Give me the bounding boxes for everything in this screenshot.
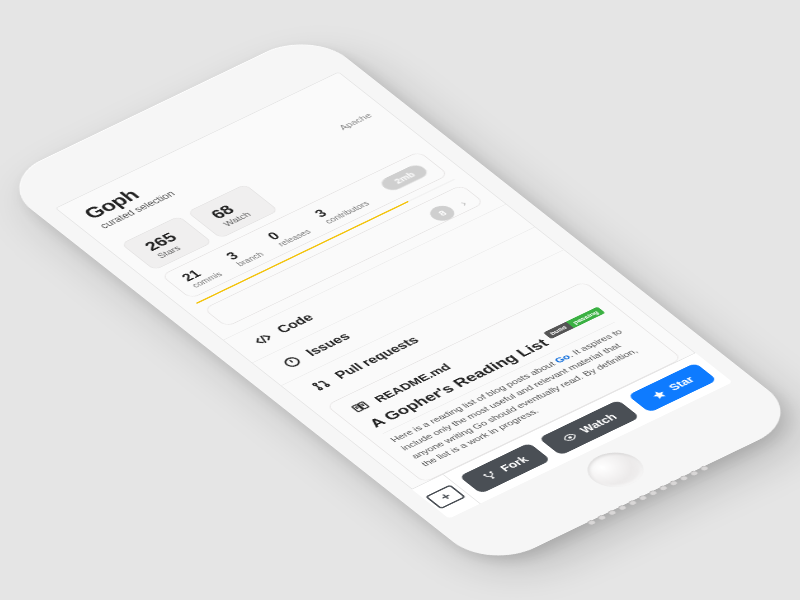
speaker-grille <box>587 465 710 525</box>
file-count-badge: 8 <box>426 203 460 224</box>
eye-icon <box>559 431 580 444</box>
svg-rect-5 <box>358 402 369 409</box>
star-icon <box>648 388 669 401</box>
chevron-right-icon: › <box>456 198 470 208</box>
readme-link-go[interactable]: Go <box>553 353 573 365</box>
book-icon <box>348 400 373 416</box>
action-bar: Fork Watch Star <box>411 353 732 519</box>
svg-rect-4 <box>352 405 363 412</box>
screen: Goph curated selection Apache 265 Stars … <box>55 72 733 519</box>
svg-point-9 <box>567 435 572 438</box>
home-button[interactable] <box>576 446 655 494</box>
metric-branches[interactable]: 3 branch <box>224 242 266 268</box>
metric-releases[interactable]: 0 releases <box>265 219 313 247</box>
build-badge: build passing <box>543 307 606 340</box>
star-button[interactable]: Star <box>627 363 717 413</box>
repo-size-badge: 2mb <box>377 162 430 192</box>
watch-button[interactable]: Watch <box>539 400 640 456</box>
fork-button[interactable]: Fork <box>459 443 552 494</box>
issues-icon <box>280 354 305 370</box>
phone-frame: Goph curated selection Apache 265 Stars … <box>0 30 800 570</box>
metric-commits[interactable]: 21 commis <box>179 262 224 289</box>
fork-icon <box>479 469 500 482</box>
code-icon <box>251 332 276 348</box>
pull-request-icon <box>309 377 334 393</box>
